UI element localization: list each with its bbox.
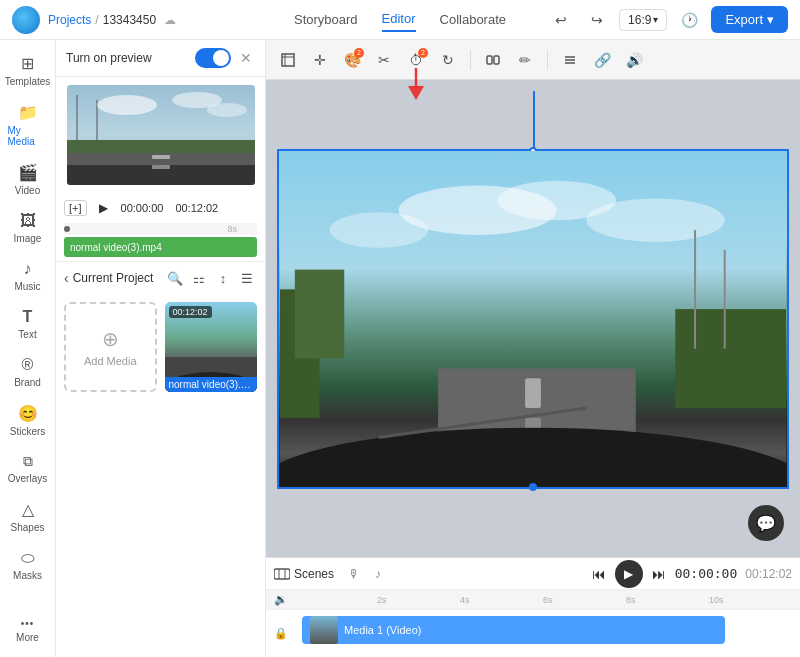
track-lock-icon[interactable]: 🔒	[274, 627, 294, 640]
sidebar-label-more: More	[16, 632, 39, 643]
move-button[interactable]: ✛	[306, 46, 334, 74]
skip-back-button[interactable]: ⏮	[587, 562, 611, 586]
svg-rect-5	[152, 165, 170, 169]
timeline-total-duration: 00:12:02	[745, 567, 792, 581]
sidebar-label-my-media: My Media	[8, 125, 48, 147]
ratio-selector[interactable]: 16:9 ▾	[619, 9, 667, 31]
main-area: ⊞ Templates 📁 My Media 🎬 Video 🖼 Image ♪…	[0, 40, 800, 657]
breadcrumb-projects[interactable]: Projects	[48, 13, 91, 27]
my-media-icon: 📁	[18, 103, 38, 122]
link-button[interactable]: 🔗	[588, 46, 616, 74]
sidebar-label-brand: Brand	[14, 377, 41, 388]
add-frame-button[interactable]: [+]	[64, 200, 87, 216]
media-header-icons: 🔍 ⚏ ↕ ☰	[165, 268, 257, 288]
redo-button[interactable]: ↪	[583, 6, 611, 34]
toolbar-separator-1	[470, 50, 471, 70]
timeline-current-time: 00:00:00	[675, 566, 738, 581]
timer-icon[interactable]: 🕐	[675, 6, 703, 34]
sidebar-item-masks[interactable]: ⬭ Masks	[4, 543, 52, 587]
nav-collaborate[interactable]: Collaborate	[440, 8, 507, 31]
search-media-button[interactable]: 🔍	[165, 268, 185, 288]
rotate-button[interactable]: ↻	[434, 46, 462, 74]
timeline-play-button[interactable]: ▶	[615, 560, 643, 588]
ratio-value: 16:9	[628, 13, 651, 27]
app-logo	[12, 6, 40, 34]
video-track[interactable]: Media 1 (Video)	[302, 616, 725, 644]
media-grid: ⊕ Add Media	[56, 294, 265, 657]
comment-button[interactable]: 💬	[748, 505, 784, 541]
scenes-icon	[274, 567, 290, 581]
filter-button[interactable]: ⚏	[189, 268, 209, 288]
sidebar-item-stickers[interactable]: 😊 Stickers	[4, 398, 52, 443]
close-panel-button[interactable]: ✕	[237, 49, 255, 67]
text-icon: T	[23, 308, 33, 326]
video-mini-track[interactable]: normal video(3).mp4	[64, 237, 257, 257]
resize-handle-bottom[interactable]	[529, 483, 537, 491]
play-icon: ▶	[624, 567, 633, 581]
back-button[interactable]: ‹	[64, 270, 69, 286]
video-frame[interactable]	[277, 149, 789, 489]
svg-rect-17	[487, 56, 492, 64]
preview-toggle[interactable]	[195, 48, 231, 68]
sidebar-item-image[interactable]: 🖼 Image	[4, 206, 52, 250]
add-media-button[interactable]: ⊕ Add Media	[64, 302, 157, 392]
export-chevron-icon: ▾	[767, 12, 774, 27]
video-tracks-area: Media 1 (Video)	[302, 616, 800, 652]
undo-button[interactable]: ↩	[547, 6, 575, 34]
mini-play-button[interactable]: ▶	[93, 197, 115, 219]
media-section-header: ‹ Current Project 🔍 ⚏ ↕ ☰	[56, 261, 265, 294]
scenes-label: Scenes	[294, 567, 334, 581]
speed-badge: 2	[418, 48, 428, 58]
svg-rect-30	[295, 269, 344, 358]
sidebar-item-music[interactable]: ♪ Music	[4, 254, 52, 298]
image-icon: 🖼	[20, 212, 36, 230]
svg-point-27	[586, 198, 724, 241]
skip-forward-button[interactable]: ⏭	[647, 562, 671, 586]
crop-button[interactable]	[274, 46, 302, 74]
music-note-button[interactable]: ♪	[368, 564, 388, 584]
sidebar-item-more[interactable]: ••• More	[4, 612, 52, 649]
sidebar-item-brand[interactable]: ® Brand	[4, 350, 52, 394]
canvas-toolbar: ✛ 🎨 2 ✂ ⏱ 2 ↻ ✏	[266, 40, 800, 80]
align-button[interactable]	[556, 46, 584, 74]
nav-storyboard[interactable]: Storyboard	[294, 8, 358, 31]
sidebar-item-text[interactable]: T Text	[4, 302, 52, 346]
pen-button[interactable]: ✏	[511, 46, 539, 74]
sidebar-item-shapes[interactable]: △ Shapes	[4, 494, 52, 539]
sidebar-label-templates: Templates	[5, 76, 51, 87]
left-panel: Turn on preview ✕	[56, 40, 266, 657]
breadcrumb-separator: /	[95, 13, 98, 27]
export-button[interactable]: Export ▾	[711, 6, 788, 33]
sidebar-item-overlays[interactable]: ⧉ Overlays	[4, 447, 52, 490]
grid-view-button[interactable]: ☰	[237, 268, 257, 288]
sidebar-item-templates[interactable]: ⊞ Templates	[4, 48, 52, 93]
ratio-chevron-icon: ▾	[653, 14, 658, 25]
toolbar-separator-2	[547, 50, 548, 70]
volume-icon: 🔉	[274, 593, 294, 606]
video-track-thumbnail	[310, 616, 338, 644]
masks-icon: ⬭	[21, 549, 35, 567]
brand-icon: ®	[22, 356, 34, 374]
media-item-video[interactable]: 00:12:02 normal video(3).m...	[165, 302, 258, 392]
stickers-icon: 😊	[18, 404, 38, 423]
video-thumbnail	[67, 85, 255, 185]
nav-editor[interactable]: Editor	[382, 7, 416, 32]
ruler-mark-2s: 2s	[377, 595, 460, 605]
color-adjust-button[interactable]: 🎨 2	[338, 46, 366, 74]
svg-rect-18	[494, 56, 499, 64]
sidebar-item-video[interactable]: 🎬 Video	[4, 157, 52, 202]
split-button[interactable]	[479, 46, 507, 74]
sort-button[interactable]: ↕	[213, 268, 233, 288]
breadcrumb: Projects / 13343450 ☁	[48, 13, 176, 27]
video-track-label: Media 1 (Video)	[344, 624, 421, 636]
video-canvas: 💬	[266, 80, 800, 557]
sidebar-label-image: Image	[14, 233, 42, 244]
sidebar-item-my-media[interactable]: 📁 My Media	[4, 97, 52, 153]
cut-button[interactable]: ✂	[370, 46, 398, 74]
mic-button[interactable]: 🎙	[344, 564, 364, 584]
svg-marker-23	[408, 86, 424, 100]
media-item-duration: 00:12:02	[169, 306, 212, 318]
audio-button[interactable]: 🔊	[620, 46, 648, 74]
breadcrumb-project-id: 13343450	[103, 13, 156, 27]
svg-point-10	[207, 103, 247, 117]
